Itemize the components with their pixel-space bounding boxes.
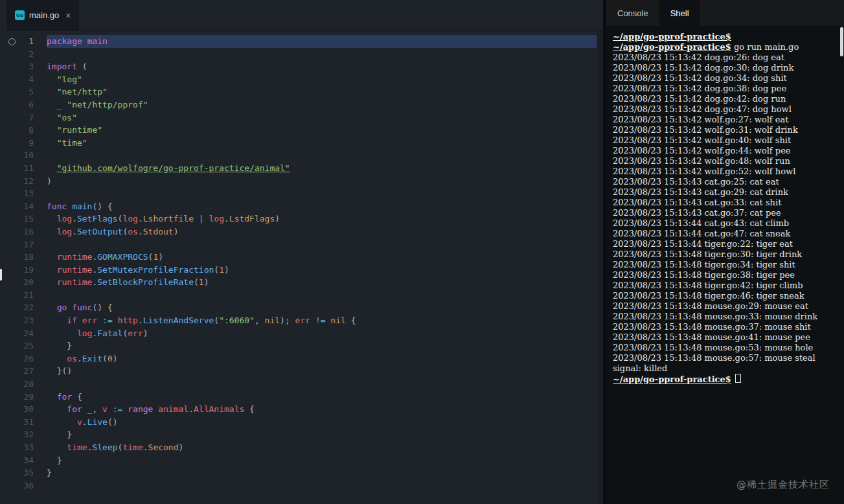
code-text[interactable] [47, 289, 597, 302]
code-line[interactable]: 4 "log" [0, 73, 597, 86]
code-text[interactable]: "net/http" [47, 86, 597, 98]
code-line[interactable]: 26 os.Exit(0) [0, 352, 597, 365]
line-number[interactable]: 24 [0, 327, 47, 340]
line-number[interactable]: 9 [0, 137, 47, 150]
code-line[interactable]: 17 [0, 238, 597, 251]
line-number[interactable]: 14 [0, 200, 47, 213]
resize-handle-indicator[interactable] [0, 269, 2, 281]
code-line[interactable]: 8 "runtime" [0, 124, 597, 137]
code-line[interactable]: 18 runtime.GOMAXPROCS(1) [0, 251, 597, 264]
code-line[interactable]: 32 } [0, 428, 597, 441]
line-number[interactable]: 2 [0, 48, 47, 61]
line-number[interactable]: 21 [0, 289, 47, 302]
code-line[interactable]: 35} [0, 466, 597, 479]
line-number[interactable]: 29 [0, 391, 47, 404]
line-number[interactable]: 7 [0, 111, 47, 124]
line-number[interactable]: 5 [0, 86, 47, 98]
code-text[interactable]: "runtime" [47, 124, 597, 137]
code-line[interactable]: 1package main [0, 35, 597, 48]
code-text[interactable] [47, 48, 597, 61]
line-number[interactable]: 10 [0, 149, 47, 162]
code-text[interactable]: package main [47, 35, 597, 48]
line-number[interactable]: 3 [0, 60, 47, 73]
tab-console[interactable]: Console [606, 0, 659, 26]
line-number[interactable]: 25 [0, 339, 47, 352]
code-text[interactable]: if err := http.ListenAndServe(":6060", n… [47, 314, 597, 327]
code-text[interactable]: import ( [47, 60, 597, 73]
code-line[interactable]: 22 go func() { [0, 301, 597, 314]
breakpoint-circle-icon[interactable] [8, 38, 16, 45]
code-line[interactable]: 31 v.Live() [0, 416, 597, 429]
code-line[interactable]: 24 log.Fatal(err) [0, 327, 597, 340]
code-text[interactable]: } [47, 454, 597, 467]
code-text[interactable]: log.Fatal(err) [47, 327, 597, 340]
line-number[interactable]: 16 [0, 225, 47, 238]
code-line[interactable]: 30 for _, v := range animal.AllAnimals { [0, 403, 597, 416]
line-number[interactable]: 28 [0, 378, 47, 391]
line-number[interactable]: 8 [0, 124, 47, 137]
code-text[interactable] [47, 238, 597, 251]
code-text[interactable]: }() [47, 365, 597, 378]
line-number[interactable]: 6 [0, 98, 47, 111]
code-line[interactable]: 10 [0, 149, 597, 162]
code-text[interactable]: } [47, 339, 597, 352]
code-line[interactable]: 16 log.SetOutput(os.Stdout) [0, 225, 597, 238]
line-number[interactable]: 22 [0, 301, 47, 314]
line-number[interactable]: 18 [0, 251, 47, 264]
code-line[interactable]: 2 [0, 48, 597, 61]
code-text[interactable]: "github.com/wolfogre/go-pprof-practice/a… [47, 162, 597, 175]
code-text[interactable]: runtime.SetMutexProfileFraction(1) [47, 264, 597, 277]
line-number[interactable]: 33 [0, 441, 47, 454]
code-line[interactable]: 33 time.Sleep(time.Second) [0, 441, 597, 454]
line-number[interactable]: 12 [0, 175, 47, 188]
code-line[interactable]: 34 } [0, 454, 597, 467]
line-number[interactable]: 34 [0, 454, 47, 467]
terminal-output[interactable]: ~/app/go-pprof-practice$~/app/go-pprof-p… [606, 26, 844, 504]
line-number[interactable]: 1 [0, 35, 47, 48]
line-number[interactable]: 35 [0, 466, 47, 479]
code-line[interactable]: 15 log.SetFlags(log.Lshortfile | log.Lst… [0, 212, 597, 225]
code-line[interactable]: 14func main() { [0, 200, 597, 213]
code-line[interactable]: 6 _ "net/http/pprof" [0, 98, 597, 111]
code-text[interactable]: time.Sleep(time.Second) [47, 441, 597, 454]
code-text[interactable]: } [47, 428, 597, 441]
code-text[interactable]: ) [47, 175, 597, 188]
code-line[interactable]: 28 [0, 378, 597, 391]
code-text[interactable]: v.Live() [47, 416, 597, 429]
terminal-scrollbar-thumb[interactable] [840, 27, 843, 56]
code-text[interactable]: os.Exit(0) [47, 352, 597, 365]
line-number[interactable]: 31 [0, 416, 47, 429]
line-number[interactable]: 17 [0, 238, 47, 251]
line-number[interactable]: 23 [0, 314, 47, 327]
code-line[interactable]: 3import ( [0, 60, 597, 73]
code-line[interactable]: 7 "os" [0, 111, 597, 124]
code-text[interactable]: log.SetFlags(log.Lshortfile | log.LstdFl… [47, 212, 597, 225]
code-text[interactable] [47, 479, 597, 492]
line-number[interactable]: 11 [0, 162, 47, 175]
code-text[interactable]: for _, v := range animal.AllAnimals { [47, 403, 597, 416]
code-text[interactable] [47, 378, 597, 391]
code-line[interactable]: 27 }() [0, 365, 597, 378]
code-line[interactable]: 23 if err := http.ListenAndServe(":6060"… [0, 314, 597, 327]
code-line[interactable]: 9 "time" [0, 137, 597, 150]
code-text[interactable]: _ "net/http/pprof" [47, 98, 597, 111]
code-text[interactable]: "os" [47, 111, 597, 124]
code-text[interactable]: "time" [47, 137, 597, 150]
code-text[interactable]: runtime.SetBlockProfileRate(1) [47, 276, 597, 289]
line-number[interactable]: 4 [0, 73, 47, 86]
tab-main-go[interactable]: Go main.go × [6, 0, 79, 30]
tab-shell[interactable]: Shell [659, 0, 700, 26]
code-text[interactable]: for { [47, 391, 597, 404]
code-text[interactable]: runtime.GOMAXPROCS(1) [47, 251, 597, 264]
editor-scrollbar[interactable] [597, 31, 603, 504]
editor-code[interactable]: 1package main23import (4 "log"5 "net/htt… [0, 31, 597, 504]
code-line[interactable]: 21 [0, 289, 597, 302]
line-number[interactable]: 27 [0, 365, 47, 378]
code-line[interactable]: 13 [0, 187, 597, 200]
terminal-cursor[interactable] [735, 374, 741, 383]
line-number[interactable]: 13 [0, 187, 47, 200]
code-text[interactable]: } [47, 466, 597, 479]
code-text[interactable] [47, 149, 597, 162]
code-text[interactable]: func main() { [47, 200, 597, 213]
line-number[interactable]: 26 [0, 352, 47, 365]
